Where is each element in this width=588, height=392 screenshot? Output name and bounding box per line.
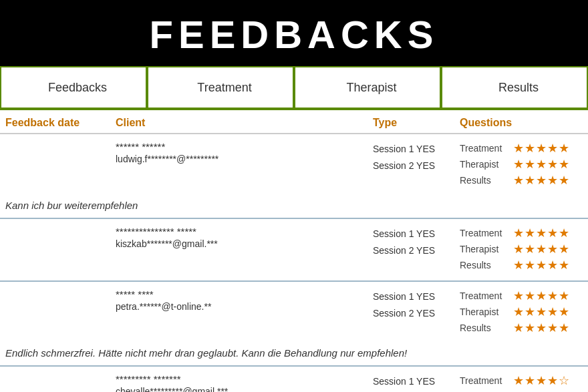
client-email: petra.******@t-online.** <box>116 301 368 312</box>
table-row: *************** *****kiszkab*******@gmai… <box>0 219 588 280</box>
tab-feedbacks-label: Feedbacks <box>48 81 107 95</box>
col-header-date: Feedback date <box>0 117 110 129</box>
cell-client: ****** ******ludwig.f********@********* <box>110 141 368 164</box>
col-header-client: Client <box>110 117 368 129</box>
tab-treatment[interactable]: Treatment <box>147 66 294 109</box>
col-header-questions: Questions <box>454 117 588 129</box>
question-label: Results <box>460 323 513 333</box>
star-rating: ★★★★☆ <box>513 373 570 388</box>
session-type: Session 1 YES <box>373 226 454 242</box>
star-rating: ★★★★★ <box>513 389 570 392</box>
feedback-row-group: ****** ******ludwig.f********@*********S… <box>0 134 588 219</box>
table-row: ***** ****petra.******@t-online.**Sessio… <box>0 282 588 343</box>
cell-type: Session 1 YESSession 2 YES <box>368 141 454 174</box>
star-rating: ★★★★★ <box>513 258 570 272</box>
table-body: ****** ******ludwig.f********@*********S… <box>0 134 588 392</box>
table-header: Feedback date Client Type Questions <box>0 110 588 134</box>
question-row: Results★★★★★ <box>460 173 588 188</box>
tab-treatment-label: Treatment <box>197 81 251 95</box>
question-row: Therapist★★★★★ <box>460 389 588 392</box>
tab-results-label: Results <box>498 81 539 95</box>
cell-type: Session 1 YESSession 2 YES <box>368 226 454 259</box>
question-row: Treatment★★★★★ <box>460 226 588 240</box>
tab-therapist[interactable]: Therapist <box>294 66 441 109</box>
question-label: Results <box>460 175 513 186</box>
cell-type: Session 1 YESSession 2 YES <box>368 288 454 322</box>
feedback-comment: Endlich schmerzfrei. Hätte nicht mehr dr… <box>0 343 588 365</box>
question-label: Therapist <box>460 307 513 317</box>
client-name: ****** ****** <box>116 141 368 152</box>
question-row: Therapist★★★★★ <box>460 157 588 172</box>
star-rating: ★★★★★ <box>513 226 570 240</box>
star-rating: ★★★★★ <box>513 141 570 156</box>
header: FEEDBACKS <box>0 0 588 66</box>
tab-therapist-label: Therapist <box>346 81 396 95</box>
client-email: kiszkab*******@gmail.*** <box>116 238 368 249</box>
cell-questions: Treatment★★★★★Therapist★★★★★Results★★★★★ <box>454 288 588 337</box>
cell-client: ***** ****petra.******@t-online.** <box>110 288 368 312</box>
session-type: Session 2 YES <box>373 305 454 322</box>
cell-type: Session 1 YESSession 2 YES <box>368 373 454 392</box>
cell-client: *************** *****kiszkab*******@gmai… <box>110 226 368 249</box>
question-label: Results <box>460 260 513 270</box>
cell-questions: Treatment★★★★★Therapist★★★★★Results★★★★★ <box>454 141 588 189</box>
table-row: ********* *******chevalle*********@gmail… <box>0 367 588 392</box>
question-label: Therapist <box>460 159 513 170</box>
question-label: Treatment <box>460 290 513 301</box>
question-label: Therapist <box>460 244 513 254</box>
question-label: Treatment <box>460 143 513 154</box>
star-rating: ★★★★★ <box>513 288 570 303</box>
page-title: FEEDBACKS <box>0 12 588 57</box>
client-name: *************** ***** <box>116 226 368 237</box>
star-rating: ★★★★★ <box>513 157 570 172</box>
cell-client: ********* *******chevalle*********@gmail… <box>110 373 368 392</box>
star-rating: ★★★★★ <box>513 305 570 319</box>
cell-questions: Treatment★★★★★Therapist★★★★★Results★★★★★ <box>454 226 588 274</box>
question-row: Treatment★★★★★ <box>460 288 588 303</box>
feedback-row-group: *************** *****kiszkab*******@gmai… <box>0 219 588 282</box>
nav-tabs: Feedbacks Treatment Therapist <box>0 66 588 110</box>
star-rating: ★★★★★ <box>513 242 570 256</box>
col-header-type: Type <box>368 117 454 129</box>
session-type: Session 1 YES <box>373 141 454 158</box>
tab-feedbacks[interactable]: Feedbacks <box>0 66 147 109</box>
question-row: Results★★★★★ <box>460 258 588 272</box>
question-row: Treatment★★★★☆ <box>460 373 588 388</box>
table-row: ****** ******ludwig.f********@*********S… <box>0 134 588 196</box>
question-row: Treatment★★★★★ <box>460 141 588 156</box>
client-name: ***** **** <box>116 288 368 300</box>
question-row: Therapist★★★★★ <box>460 305 588 319</box>
question-label: Treatment <box>460 228 513 238</box>
session-type: Session 1 YES <box>373 288 454 305</box>
session-type: Session 1 YES <box>373 373 454 390</box>
client-email: chevalle*********@gmail.*** <box>116 386 368 392</box>
question-label: Treatment <box>460 375 513 386</box>
feedback-row-group: ********* *******chevalle*********@gmail… <box>0 367 588 392</box>
session-type: Session 2 YES <box>373 158 454 174</box>
cell-questions: Treatment★★★★☆Therapist★★★★★Results★★★★★ <box>454 373 588 392</box>
star-rating: ★★★★★ <box>513 173 570 188</box>
tab-results[interactable]: Results <box>441 66 588 109</box>
client-email: ludwig.f********@********* <box>116 154 368 164</box>
question-row: Results★★★★★ <box>460 321 588 335</box>
feedbacks-table: Feedback date Client Type Questions ****… <box>0 110 588 392</box>
feedback-row-group: ***** ****petra.******@t-online.**Sessio… <box>0 282 588 367</box>
client-name: ********* ******* <box>116 373 368 385</box>
session-type: Session 2 YES <box>373 242 454 259</box>
question-row: Therapist★★★★★ <box>460 242 588 256</box>
star-rating: ★★★★★ <box>513 321 570 335</box>
feedback-comment: Kann ich bur weiterempfehlen <box>0 196 588 218</box>
